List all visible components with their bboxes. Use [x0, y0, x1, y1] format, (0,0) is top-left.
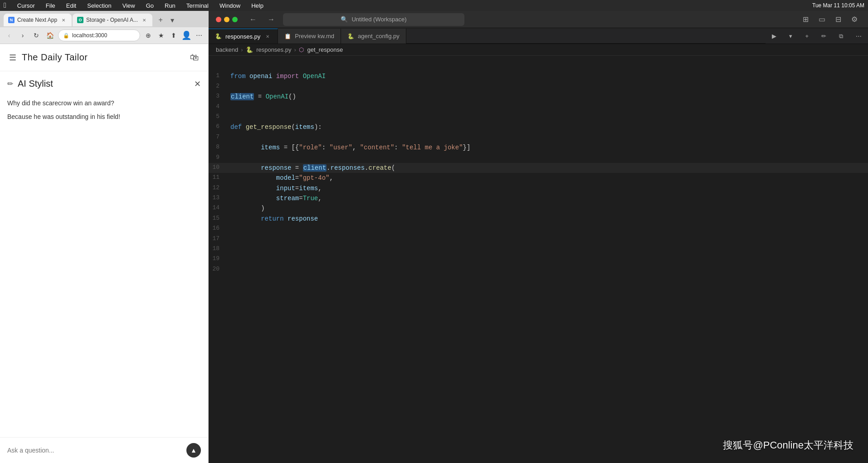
browser-tab-0[interactable]: N Create Next App ✕	[4, 14, 72, 26]
breadcrumb-backend[interactable]: backend	[216, 46, 238, 53]
code-line-4: 4	[209, 102, 868, 112]
browser-chrome: N Create Next App ✕ O Storage - OpenAI A…	[0, 11, 208, 44]
hamburger-icon[interactable]: ☰	[9, 53, 16, 63]
editor-split-button[interactable]: ⧉	[833, 29, 849, 44]
browser-tab-1[interactable]: O Storage - OpenAI A... ✕	[73, 14, 152, 26]
code-line-14: 14 )	[209, 203, 868, 213]
new-tab-button[interactable]: +	[155, 15, 166, 25]
layout-split-icon[interactable]: ⊞	[799, 13, 812, 26]
more-button[interactable]: ⋯	[194, 30, 205, 41]
traffic-lights	[216, 17, 238, 22]
editor-command-palette[interactable]: 🔍 Untitled (Workspace)	[283, 13, 464, 26]
nav-right-icons: ⊕ ★ ⬆ 👤 ⋯	[143, 30, 205, 41]
menubar-terminal[interactable]: Terminal	[185, 2, 210, 9]
editor-titlebar-right: ⊞ ▭ ⊟ ⚙	[799, 13, 861, 26]
code-line-2: 2	[209, 82, 868, 92]
browser-tab-close-1[interactable]: ✕	[141, 16, 148, 24]
breadcrumb-get-response[interactable]: ⬡ get_response	[299, 46, 343, 53]
browser-panel: N Create Next App ✕ O Storage - OpenAI A…	[0, 11, 209, 463]
editor-run-button[interactable]: ▶	[766, 29, 783, 44]
editor-add-tab-button[interactable]: +	[799, 29, 815, 44]
editor-tab-label-2: agent_config.py	[358, 33, 400, 39]
browser-tab-label-1: Storage - OpenAI A...	[86, 17, 138, 23]
python-icon-breadcrumb: 🐍	[246, 46, 253, 53]
breadcrumb-sep-0: ›	[241, 46, 243, 53]
address-bar[interactable]: 🔒 localhost:3000	[58, 30, 140, 41]
layout-sidebar-icon[interactable]: ▭	[815, 13, 828, 26]
share-button[interactable]: ⬆	[168, 30, 179, 41]
editor-tab-close-0[interactable]: ✕	[264, 33, 271, 40]
breadcrumb-responses-py[interactable]: 🐍 responses.py	[246, 46, 292, 53]
menubar-edit[interactable]: Edit	[64, 2, 78, 9]
code-line-empty	[209, 61, 868, 71]
ai-input-area: ▲	[0, 437, 208, 463]
profile-button[interactable]: 👤	[181, 30, 192, 41]
main-layout: N Create Next App ✕ O Storage - OpenAI A…	[0, 11, 868, 463]
editor-breadcrumb: backend › 🐍 responses.py › ⬡ get_respons…	[209, 44, 868, 56]
menubar-selection[interactable]: Selection	[85, 2, 113, 9]
code-editor[interactable]: 1 from openai import OpenAI 2 3 client =…	[209, 56, 868, 463]
star-button[interactable]: ★	[156, 30, 166, 41]
editor-more-button[interactable]: ⋯	[849, 29, 868, 44]
python-file-icon-2: 🐍	[347, 33, 354, 39]
code-line-5: 5	[209, 112, 868, 122]
code-line-17: 17	[209, 234, 868, 244]
function-icon-breadcrumb: ⬡	[299, 46, 304, 53]
code-line-9: 9	[209, 153, 868, 163]
traffic-light-yellow[interactable]	[224, 17, 229, 22]
menubar-help[interactable]: Help	[249, 2, 265, 9]
menubar-time: Tue Mar 11 10:05 AM	[812, 2, 864, 9]
app-title: The Daily Tailor	[22, 52, 88, 63]
ai-panel-close-icon[interactable]: ✕	[194, 79, 201, 89]
reload-button[interactable]: ↻	[31, 30, 42, 41]
editor-tab-agent-config[interactable]: 🐍 agent_config.py	[341, 29, 406, 44]
code-line-11: 11 model="gpt-4o",	[209, 173, 868, 183]
home-button[interactable]: 🏠	[44, 30, 55, 41]
menubar-run[interactable]: Run	[163, 2, 177, 9]
menubar:  Cursor File Edit Selection View Go Run…	[0, 0, 868, 11]
editor-tab-label-0: responses.py	[225, 33, 260, 40]
breadcrumb-sep-1: ›	[294, 46, 296, 53]
editor-titlebar: ← → 🔍 Untitled (Workspace) ⊞ ▭ ⊟ ⚙	[209, 11, 868, 28]
traffic-light-red[interactable]	[216, 17, 221, 22]
code-line-13: 13 stream=True,	[209, 193, 868, 203]
editor-tab-preview-kw[interactable]: 📋 Preview kw.md	[278, 29, 341, 44]
menubar-view[interactable]: View	[121, 2, 137, 9]
traffic-light-green[interactable]	[232, 17, 238, 22]
editor-pencil-button[interactable]: ✏	[815, 29, 833, 44]
browser-tab-close-0[interactable]: ✕	[60, 16, 67, 24]
code-line-18: 18	[209, 244, 868, 254]
python-file-icon: 🐍	[215, 33, 222, 39]
editor-forward-button[interactable]: →	[265, 13, 278, 26]
menubar-cursor[interactable]: Cursor	[15, 2, 37, 9]
menubar-file[interactable]: File	[44, 2, 57, 9]
app-header-left: ☰ The Daily Tailor	[9, 52, 88, 63]
apple-menu[interactable]: 	[4, 1, 6, 10]
code-line-10: 10 response = client.responses.create(	[209, 163, 868, 173]
ai-panel-title: AI Stylist	[18, 79, 53, 89]
browser-tabs-row: N Create Next App ✕ O Storage - OpenAI A…	[0, 11, 208, 27]
editor-back-button[interactable]: ←	[247, 13, 259, 26]
menubar-right-area: Tue Mar 11 10:05 AM	[812, 2, 864, 9]
tab-dropdown-button[interactable]: ▾	[168, 15, 177, 25]
edit-icon[interactable]: ✏	[7, 79, 13, 88]
zoom-button[interactable]: ⊕	[143, 30, 154, 41]
ai-chat-area: Why did the scarecrow win an award? Beca…	[7, 98, 201, 430]
editor-tab-responses-py[interactable]: 🐍 responses.py ✕	[209, 29, 278, 44]
browser-tab-label-0: Create Next App	[17, 17, 57, 23]
menubar-go[interactable]: Go	[144, 2, 156, 9]
ai-send-button[interactable]: ▲	[186, 443, 201, 458]
code-line-16: 16	[209, 224, 868, 234]
layout-panel-icon[interactable]: ⊟	[832, 13, 844, 26]
back-button[interactable]: ‹	[4, 30, 15, 41]
forward-button[interactable]: ›	[17, 30, 28, 41]
code-line-3: 3 client = OpenAI()	[209, 92, 868, 102]
chat-message-1: Because he was outstanding in his field!	[7, 112, 201, 122]
chat-message-0: Why did the scarecrow win an award?	[7, 98, 201, 108]
shopping-bag-icon[interactable]: 🛍	[190, 52, 199, 63]
settings-gear-icon[interactable]: ⚙	[848, 13, 861, 26]
search-icon: 🔍	[341, 16, 348, 23]
ai-question-input[interactable]	[7, 447, 183, 454]
menubar-window[interactable]: Window	[218, 2, 242, 9]
editor-run-dropdown[interactable]: ▾	[783, 29, 799, 44]
